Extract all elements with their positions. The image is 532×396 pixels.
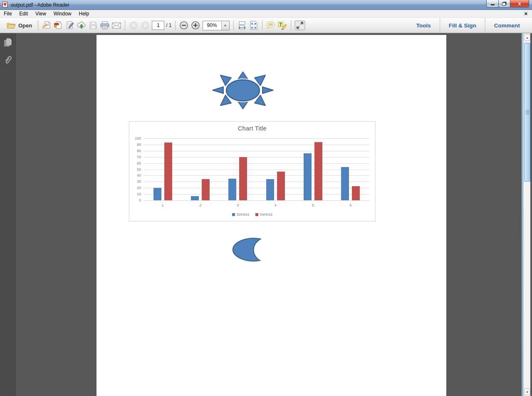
page-down-icon xyxy=(141,21,150,30)
window-title: output.pdf - Adobe Reader xyxy=(11,2,69,8)
legend-item: Series1 xyxy=(232,212,250,216)
chart-x-tick-label: 1 xyxy=(162,203,164,207)
previous-page-button[interactable] xyxy=(128,20,139,31)
chart-gridline xyxy=(144,170,369,170)
chart-gridline xyxy=(144,200,369,201)
restore-button[interactable] xyxy=(498,0,510,7)
chart-y-tick-label: 0 xyxy=(129,198,141,202)
highlight-text-icon: T xyxy=(277,21,287,30)
menu-view[interactable]: View xyxy=(32,10,50,17)
save-button[interactable] xyxy=(87,20,99,31)
svg-text:T: T xyxy=(279,22,282,27)
zoom-out-button[interactable] xyxy=(178,20,190,31)
page-thumbnails-button[interactable] xyxy=(2,37,14,48)
legend-item: Series2 xyxy=(255,212,273,216)
close-document-button[interactable]: ✕ xyxy=(524,11,528,17)
chart-gridline xyxy=(144,157,369,157)
page-number-input[interactable] xyxy=(152,21,164,30)
fill-and-sign-button[interactable]: Fill & Sign xyxy=(440,18,485,33)
chart-bar-series1 xyxy=(191,196,199,200)
chart-y-tick-label: 90 xyxy=(129,143,141,147)
attachments-button[interactable] xyxy=(2,54,14,66)
next-page-button[interactable] xyxy=(139,20,151,31)
email-button[interactable] xyxy=(111,20,122,31)
export-pdf-button[interactable] xyxy=(41,20,52,31)
legend-swatch xyxy=(255,213,258,216)
scroll-down-button[interactable]: ▼ xyxy=(524,389,530,395)
chart-title: Chart Title xyxy=(129,125,375,132)
legend-label: Series1 xyxy=(237,212,250,216)
zoom-level-select[interactable]: 90% ▼ xyxy=(203,21,230,30)
chart-bar-series1 xyxy=(228,179,236,200)
page-thumbnails-icon xyxy=(3,37,12,47)
chart-gridline xyxy=(144,151,369,151)
print-icon xyxy=(100,21,110,30)
sign-document-button[interactable] xyxy=(64,20,76,31)
email-icon xyxy=(111,21,121,30)
sun-shape xyxy=(211,71,275,109)
chart-gridline xyxy=(144,145,369,145)
paperclip-icon xyxy=(3,55,12,65)
chart-gridline xyxy=(144,188,369,188)
scrollbar-thumb[interactable] xyxy=(524,43,530,182)
fullscreen-icon xyxy=(294,20,305,30)
vertical-scrollbar[interactable]: ▲ ▼ xyxy=(523,33,530,396)
document-canvas[interactable]: Chart Title 0102030405060708090100 12345… xyxy=(16,33,523,396)
chart-bar-series1 xyxy=(341,167,349,200)
chart-y-tick-label: 80 xyxy=(129,149,141,153)
close-window-button[interactable]: x xyxy=(510,0,529,7)
menu-edit[interactable]: Edit xyxy=(15,10,32,17)
save-icon xyxy=(89,21,98,30)
chart-y-tick-label: 70 xyxy=(129,155,141,159)
scroll-down-icon: ▼ xyxy=(526,391,529,394)
chart-bar-series2 xyxy=(164,143,172,200)
chart-bar-series1 xyxy=(153,188,161,200)
tools-button[interactable]: Tools xyxy=(408,18,440,33)
minimize-button[interactable] xyxy=(486,0,499,7)
page-count-label: / 1 xyxy=(166,22,171,28)
print-button[interactable] xyxy=(99,20,111,31)
chart-gridline xyxy=(144,138,369,139)
chart-x-tick-label: 6 xyxy=(349,203,351,207)
menu-window[interactable]: Window xyxy=(50,10,75,17)
scrollbar-grip xyxy=(526,110,530,115)
window-titlebar: output.pdf - Adobe Reader x xyxy=(0,0,532,10)
upload-cloud-button[interactable] xyxy=(76,20,87,31)
chart-y-tick-label: 30 xyxy=(129,180,141,184)
zoom-in-button[interactable] xyxy=(190,20,201,31)
upload-cloud-icon xyxy=(77,21,87,30)
document-viewer: Chart Title 0102030405060708090100 12345… xyxy=(0,33,532,396)
sticky-note-button[interactable] xyxy=(265,20,277,31)
chart-gridline xyxy=(144,163,369,164)
page-up-icon xyxy=(129,21,138,30)
export-pdf-icon xyxy=(42,21,51,30)
menu-help[interactable]: Help xyxy=(75,10,93,17)
chart-x-tick-label: 3 xyxy=(237,203,239,207)
navigation-pane-rail xyxy=(0,33,16,396)
open-file-button[interactable]: Open xyxy=(3,20,35,31)
close-icon: x xyxy=(518,1,521,7)
bar-chart: Chart Title 0102030405060708090100 12345… xyxy=(129,121,376,221)
chart-x-tick-label: 2 xyxy=(199,203,201,207)
fit-width-button[interactable] xyxy=(236,20,248,31)
chart-y-tick-label: 40 xyxy=(129,173,141,177)
restore-icon xyxy=(502,2,506,6)
chart-gridline xyxy=(144,194,369,194)
scroll-up-button[interactable]: ▲ xyxy=(524,34,530,41)
fullscreen-button[interactable] xyxy=(294,20,306,31)
create-pdf-icon xyxy=(54,21,63,30)
fit-page-button[interactable] xyxy=(248,20,260,31)
zoom-out-icon xyxy=(179,21,188,30)
chart-gridline xyxy=(144,175,369,176)
chart-y-tick-label: 10 xyxy=(129,192,141,196)
create-pdf-button[interactable] xyxy=(52,20,64,31)
highlight-text-button[interactable]: T xyxy=(277,20,288,31)
zoom-level-value: 90% xyxy=(203,22,221,28)
comment-button[interactable]: Comment xyxy=(485,18,529,33)
chart-y-tick-label: 50 xyxy=(129,167,141,172)
menu-file[interactable]: File xyxy=(0,10,15,17)
chart-y-tick-label: 20 xyxy=(129,186,141,190)
legend-swatch xyxy=(232,213,235,216)
chart-bar-series2 xyxy=(314,142,322,200)
zoom-dropdown-button[interactable]: ▼ xyxy=(221,21,229,30)
